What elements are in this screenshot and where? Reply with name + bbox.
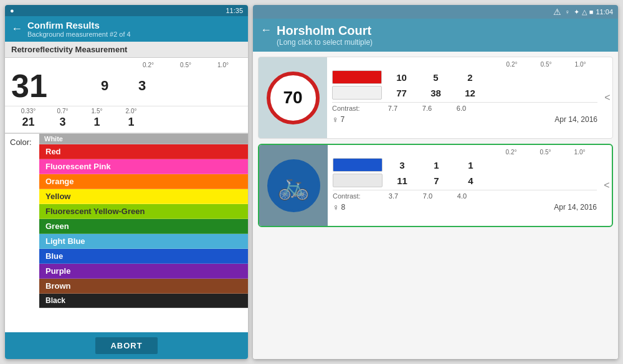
- sign-card-2[interactable]: 🚲 0.2° 0.5° 1.0° 3 1 1: [258, 144, 613, 227]
- pin-info-1: ♀ 7: [332, 114, 345, 124]
- sign-data-2: 0.2° 0.5° 1.0° 3 1 1: [328, 145, 602, 226]
- contrast-label-2: Contrast:: [333, 192, 376, 200]
- value-row-2: 21 3 1 1: [11, 116, 242, 129]
- color-white[interactable]: White: [39, 134, 248, 144]
- bicycle-sign: 🚲: [267, 159, 320, 212]
- sign-card-1[interactable]: 70 0.2° 0.5° 1.0° 10 5 2: [258, 57, 613, 139]
- left-panel: ● 11:35 ← Confirm Results Background mea…: [5, 5, 248, 359]
- color-row-1b: 77 38 12: [332, 86, 597, 100]
- v2b-10: 4: [454, 175, 488, 186]
- top-bar-right: ← Horsholm Court (Long click to select m…: [253, 19, 618, 52]
- big-value: 31: [11, 70, 86, 102]
- v1b-05: 38: [419, 88, 453, 98]
- sign-footer-1: ♀ 7 Apr 14, 2016: [332, 114, 597, 124]
- color-fluorescent-pink[interactable]: Fluorescent Pink: [39, 159, 248, 174]
- contrast-label-1: Contrast:: [332, 105, 376, 112]
- pin-icon-1: ♀: [332, 114, 339, 124]
- color-orange[interactable]: Orange: [39, 174, 248, 189]
- color-fluorescent-yellow-green[interactable]: Fluorescent Yellow-Green: [39, 204, 248, 219]
- contrast-values-2: 3.7 7.0 4.0: [376, 192, 479, 200]
- color-black[interactable]: Black: [39, 294, 248, 308]
- pin-count-1: 7: [341, 115, 345, 124]
- back-button-left[interactable]: ←: [11, 22, 22, 35]
- s1-angle-02: 0.2°: [495, 61, 529, 68]
- confirm-results-title: Confirm Results: [27, 20, 131, 30]
- sign-data-1: 0.2° 0.5° 1.0° 10 5 2: [327, 57, 602, 138]
- color-dropdown: White Red Fluorescent Pink Orange Yellow…: [39, 134, 248, 332]
- color-values-2a: 3 1 1: [385, 160, 488, 170]
- angle-headers-sign1: 0.2° 0.5° 1.0°: [332, 61, 597, 68]
- c2-02: 3.7: [376, 192, 411, 200]
- s1-angle-10: 1.0°: [563, 61, 597, 68]
- color-purple[interactable]: Purple: [39, 264, 248, 279]
- color-green[interactable]: Green: [39, 219, 248, 234]
- color-row-2b: 11 7 4: [333, 174, 597, 187]
- date-1: Apr 14, 2016: [554, 115, 597, 124]
- angle-headers-sign2: 0.2° 0.5° 1.0°: [333, 149, 597, 156]
- battery-icon: ■: [589, 8, 594, 16]
- v2-10: 1: [454, 160, 488, 170]
- v1b-02: 77: [384, 88, 419, 98]
- angle-10: 1.0°: [204, 62, 242, 68]
- v1-02: 10: [384, 72, 419, 83]
- contrast-row-2: Contrast: 3.7 7.0 4.0: [333, 190, 597, 200]
- abort-button[interactable]: ABORT: [95, 337, 157, 354]
- small-val-1: 9: [86, 78, 123, 94]
- c1-10: 6.0: [444, 105, 478, 112]
- angle-20: 2.0°: [114, 108, 148, 114]
- angle-033: 0.33°: [11, 108, 45, 114]
- s1-angle-05: 0.5°: [529, 61, 563, 68]
- top-bar-text: Confirm Results Background measurement #…: [27, 20, 131, 38]
- s2-angle-02: 0.2°: [494, 149, 528, 156]
- location-title: Horsholm Court: [277, 24, 373, 38]
- s2-angle-05: 0.5°: [528, 149, 563, 156]
- speed-value: 70: [283, 88, 302, 108]
- v2b-05: 7: [419, 175, 454, 186]
- small-values: 9 3: [86, 78, 161, 94]
- contrast-row-1: Contrast: 7.7 7.6 6.0: [332, 102, 597, 112]
- color-label: Color:: [10, 135, 32, 147]
- color-yellow[interactable]: Yellow: [39, 189, 248, 204]
- val-1b: 1: [114, 116, 148, 129]
- small-val-2: 3: [123, 78, 161, 94]
- angle-15: 1.5°: [80, 108, 114, 114]
- measurement-table-2: 0.33° 0.7° 1.5° 2.0° 21 3 1 1: [5, 106, 248, 133]
- bike-icon: 🚲: [277, 170, 310, 201]
- measurement-subtitle: Background measurement #2 of 4: [27, 30, 131, 38]
- warning-icon-status: ⚠: [553, 7, 561, 17]
- pin-icon-2: ♀: [333, 202, 340, 212]
- status-signal: ●: [10, 7, 14, 14]
- section-title: Retroreflectivity Measurement: [5, 42, 248, 58]
- sign-image-2: 🚲: [259, 145, 328, 226]
- status-time-left: 11:35: [226, 7, 243, 14]
- c1-05: 7.6: [410, 105, 444, 112]
- color-values-1b: 77 38 12: [384, 88, 487, 98]
- val-21: 21: [11, 116, 45, 129]
- color-blue[interactable]: Blue: [39, 249, 248, 264]
- pin-info-2: ♀ 8: [333, 202, 345, 212]
- status-bar-right: ⚠ ♀ ✦ △ ■ 11:04: [253, 5, 618, 19]
- c2-05: 7.0: [411, 192, 445, 200]
- sign-footer-2: ♀ 8 Apr 14, 2016: [333, 202, 597, 212]
- s2-angle-10: 1.0°: [563, 149, 597, 156]
- angle-05: 0.5°: [167, 62, 204, 68]
- contrast-values-1: 7.7 7.6 6.0: [376, 105, 478, 112]
- color-row-2a: 3 1 1: [333, 158, 597, 172]
- back-button-right[interactable]: ←: [260, 24, 272, 37]
- measurement-table-1: 0.2° 0.5° 1.0° 31 9 3: [5, 58, 248, 106]
- v1-05: 5: [419, 72, 453, 83]
- nav-arrow-1[interactable]: <: [602, 57, 612, 138]
- color-red[interactable]: Red: [39, 144, 248, 159]
- color-values-1a: 10 5 2: [384, 72, 487, 83]
- swatch-red: [332, 70, 382, 84]
- abort-bar: ABORT: [5, 332, 248, 359]
- nav-arrow-2[interactable]: <: [602, 145, 612, 226]
- bluetooth-icon: ✦: [574, 8, 579, 16]
- angle-07: 0.7°: [45, 108, 80, 114]
- swatch-white-1: [332, 86, 382, 100]
- pin-count-2: 8: [341, 203, 346, 212]
- color-light-blue[interactable]: Light Blue: [39, 234, 248, 249]
- color-brown[interactable]: Brown: [39, 279, 248, 294]
- c2-10: 4.0: [445, 192, 479, 200]
- pin-icon-status: ♀: [565, 8, 570, 16]
